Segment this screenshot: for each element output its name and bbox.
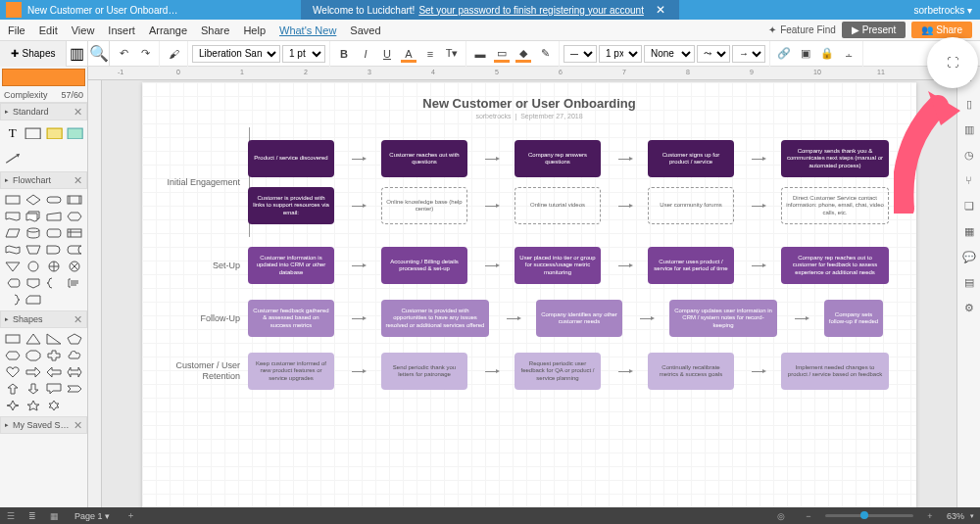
flow-box[interactable]: Keep customer informed of new product fe… bbox=[248, 353, 334, 390]
flow-box[interactable]: Customer feedback gathered & assessed ba… bbox=[248, 300, 334, 337]
brace-shape[interactable] bbox=[45, 276, 63, 290]
direct-data-shape[interactable] bbox=[45, 226, 63, 240]
or-shape[interactable] bbox=[45, 260, 63, 273]
undo-icon[interactable]: ↶ bbox=[114, 44, 133, 64]
zoom-value[interactable]: 63% bbox=[947, 511, 964, 521]
star5-shape[interactable] bbox=[24, 399, 42, 412]
flow-box[interactable]: User community forums bbox=[648, 187, 734, 224]
flow-box[interactable]: Customer is provided with opportunities … bbox=[381, 300, 489, 337]
grid-view-icon[interactable]: ▦ bbox=[43, 507, 65, 524]
line-tool-icon[interactable] bbox=[4, 150, 22, 167]
hexagon-shape[interactable] bbox=[4, 349, 22, 362]
flow-box[interactable]: Company updates user information in CRM … bbox=[669, 300, 777, 337]
bold-icon[interactable]: B bbox=[334, 44, 354, 64]
banner-link[interactable]: Set your password to finish registering … bbox=[418, 5, 644, 16]
rtriangle-shape[interactable] bbox=[45, 332, 63, 346]
phase-label[interactable]: Follow-Up bbox=[160, 313, 248, 324]
border-color-icon[interactable]: ▭ bbox=[492, 44, 512, 64]
manual-input-shape[interactable] bbox=[45, 210, 63, 223]
multidoc-shape[interactable] bbox=[24, 210, 42, 223]
flow-box[interactable]: Implement needed changes to product / se… bbox=[781, 353, 889, 390]
flow-box[interactable]: Online tutorial videos bbox=[514, 187, 601, 224]
phase-label[interactable]: Customer / User Retention bbox=[160, 360, 248, 382]
close-icon[interactable]: ✕ bbox=[74, 419, 82, 432]
line-style-select[interactable]: — bbox=[564, 45, 597, 63]
text-tool-icon[interactable]: T bbox=[4, 124, 21, 142]
flow-box[interactable]: Product / service discovered bbox=[248, 140, 334, 177]
off-page-shape[interactable] bbox=[24, 276, 42, 290]
zoom-out-icon[interactable]: − bbox=[798, 507, 819, 524]
page[interactable]: New Customer or User Onboarding sorbetro… bbox=[142, 82, 916, 507]
papertape-shape[interactable] bbox=[4, 243, 22, 257]
rbrace-shape[interactable] bbox=[4, 293, 22, 307]
menu-arrange[interactable]: Arrange bbox=[149, 24, 187, 36]
doc-title[interactable]: New Customer or User Onboard… bbox=[27, 5, 177, 16]
add-page-icon[interactable]: ＋ bbox=[120, 507, 141, 524]
cross-shape[interactable] bbox=[45, 349, 63, 362]
comment-icon[interactable]: 💬 bbox=[961, 249, 977, 264]
line-color-icon[interactable]: ✎ bbox=[535, 44, 555, 64]
cloud-shape[interactable] bbox=[66, 349, 83, 362]
delay-shape[interactable] bbox=[45, 243, 63, 257]
flow-box[interactable]: Customer signs up for product / service bbox=[648, 140, 734, 177]
flow-box[interactable]: User placed into tier or group for succe… bbox=[514, 247, 601, 284]
connector-shape[interactable] bbox=[24, 260, 42, 273]
text-color-icon[interactable]: A bbox=[399, 44, 418, 64]
zoom-slider[interactable] bbox=[825, 514, 913, 517]
fill-icon[interactable]: ▬ bbox=[470, 44, 490, 64]
arrow-end-select[interactable]: → bbox=[732, 45, 765, 63]
flow-box[interactable]: Customer reaches out with questions bbox=[381, 140, 467, 177]
link-icon[interactable]: 🔗 bbox=[774, 44, 794, 64]
merge-shape[interactable] bbox=[4, 260, 22, 273]
star4-shape[interactable] bbox=[4, 399, 22, 412]
phase-label[interactable]: Set-Up bbox=[160, 261, 248, 271]
canvas[interactable]: -1 0 1 2 3 4 5 6 7 8 9 10 11 New Custome… bbox=[88, 67, 956, 507]
close-icon[interactable]: ✕ bbox=[74, 174, 82, 187]
summing-shape[interactable] bbox=[66, 260, 83, 273]
locate-icon[interactable]: ◎ bbox=[770, 507, 792, 524]
database-shape[interactable] bbox=[24, 226, 42, 240]
clock-icon[interactable]: ◷ bbox=[961, 147, 977, 163]
hotspot-tool-icon[interactable] bbox=[67, 124, 83, 142]
rarrow-shape[interactable] bbox=[24, 365, 42, 379]
section-saved[interactable]: ▸My Saved S…✕ bbox=[0, 416, 87, 434]
magnet-icon[interactable]: ⫠ bbox=[839, 44, 858, 64]
flow-box[interactable]: Customer information is updated into CRM… bbox=[248, 247, 334, 284]
manual-op-shape[interactable] bbox=[24, 243, 42, 257]
flow-box[interactable]: Continually recalibrate metrics & succes… bbox=[648, 353, 734, 390]
predefined-shape[interactable] bbox=[66, 193, 83, 207]
decision-shape[interactable] bbox=[24, 193, 42, 207]
layers-icon[interactable]: ▣ bbox=[796, 44, 815, 64]
list-view-icon[interactable]: ≣ bbox=[22, 507, 43, 524]
flow-box[interactable]: Direct Customer Service contact informat… bbox=[781, 187, 889, 224]
flow-box[interactable]: Company rep reaches out to customer for … bbox=[781, 247, 889, 284]
present-layers-icon[interactable]: ▤ bbox=[961, 274, 977, 290]
pentagon-shape[interactable] bbox=[66, 332, 83, 346]
branch-icon[interactable]: ⑂ bbox=[961, 172, 977, 188]
note-tool-icon[interactable] bbox=[46, 124, 63, 142]
line-type-select[interactable]: ⤳ bbox=[697, 45, 730, 63]
page-icon[interactable]: ▯ bbox=[961, 96, 977, 112]
fullscreen-icon[interactable]: ⛶ bbox=[947, 56, 958, 70]
close-icon[interactable]: ✕ bbox=[74, 106, 82, 119]
section-standard[interactable]: ▸Standard✕ bbox=[0, 103, 87, 120]
shapes-button[interactable]: ✚Shapes bbox=[0, 41, 67, 67]
layers-icon[interactable]: ❏ bbox=[961, 198, 977, 214]
display-shape[interactable] bbox=[4, 276, 22, 290]
menu-whats-new[interactable]: What's New bbox=[279, 24, 336, 36]
flow-box[interactable]: Request periodic user feedback for QA or… bbox=[514, 353, 601, 390]
document-shape[interactable] bbox=[4, 210, 22, 223]
text-options-icon[interactable]: T▾ bbox=[442, 44, 462, 64]
flow-box[interactable]: Send periodic thank you letters for patr… bbox=[381, 353, 467, 390]
section-shapes[interactable]: ▸Shapes✕ bbox=[0, 310, 87, 328]
italic-icon[interactable]: I bbox=[356, 44, 375, 64]
octagon-shape[interactable] bbox=[24, 349, 42, 362]
note-shape[interactable] bbox=[66, 276, 83, 290]
menu-edit[interactable]: Edit bbox=[39, 24, 58, 36]
section-flowchart[interactable]: ▸Flowchart✕ bbox=[0, 171, 87, 189]
menu-view[interactable]: View bbox=[72, 24, 95, 36]
flow-box[interactable]: Customer uses product / service for set … bbox=[648, 247, 734, 284]
slides-icon[interactable]: ▥ bbox=[961, 121, 977, 137]
fill-color-icon[interactable]: ◆ bbox=[514, 44, 533, 64]
font-select[interactable]: Liberation Sans bbox=[192, 45, 280, 63]
